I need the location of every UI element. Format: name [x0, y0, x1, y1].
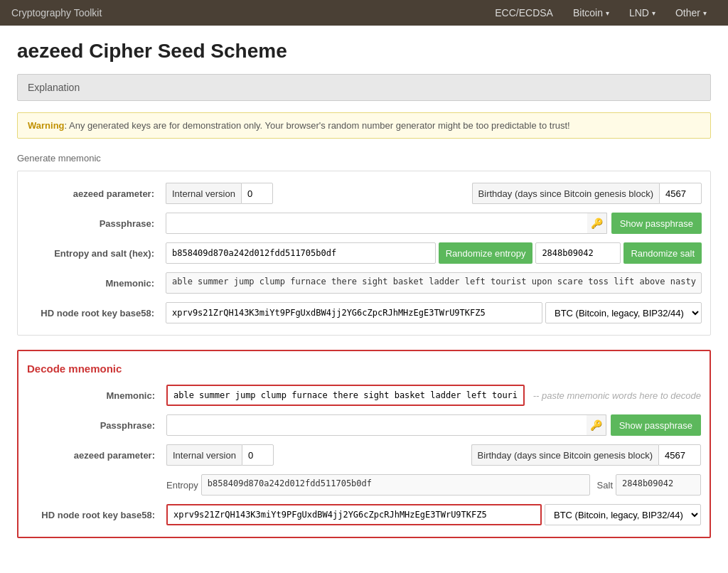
- entropy-input[interactable]: [166, 242, 436, 264]
- decode-title: Decode mnemonic: [27, 363, 701, 375]
- birthday-input[interactable]: [659, 183, 702, 204]
- decode-passphrase-key-icon[interactable]: 🔑: [587, 414, 606, 436]
- warning-label: Warning: [28, 120, 65, 131]
- internal-version-input[interactable]: [241, 183, 273, 204]
- navbar-links: ECC/ECDSA Bitcoin ▾ LND ▾ Other ▾: [485, 0, 717, 26]
- other-dropdown-arrow: ▾: [703, 9, 707, 17]
- decode-salt-value: 2848b09042: [616, 474, 701, 496]
- passphrase-input[interactable]: [166, 213, 607, 234]
- lnd-dropdown-arrow: ▾: [652, 9, 655, 17]
- mnemonic-row: Mnemonic: able summer jump clump furnace…: [26, 272, 702, 294]
- hd-node-group: BTC (Bitcoin, legacy, BIP32/44) BTC (Bit…: [166, 302, 702, 323]
- passphrase-key-icon[interactable]: 🔑: [587, 213, 607, 234]
- navbar-link-lnd[interactable]: LND ▾: [619, 0, 665, 26]
- decode-birthday-label: Birthday (days since Bitcoin genesis blo…: [471, 444, 658, 466]
- entropy-label: Entropy and salt (hex):: [26, 248, 161, 259]
- navbar-link-bitcoin-label: Bitcoin: [573, 7, 603, 18]
- navbar-link-ecc-label: ECC/ECDSA: [495, 7, 553, 18]
- navbar-brand: Cryptography Toolkit: [11, 7, 102, 18]
- salt-input[interactable]: [535, 242, 621, 264]
- navbar-link-other[interactable]: Other ▾: [665, 0, 717, 26]
- explanation-bar[interactable]: Explanation: [17, 74, 711, 101]
- decode-birthday-input[interactable]: [658, 444, 701, 466]
- decode-passphrase-label: Passphrase:: [27, 420, 162, 431]
- decode-hd-node-label: HD node root key base58:: [27, 510, 162, 520]
- decode-mnemonic-row: Mnemonic: -- paste mnemonic words here t…: [27, 385, 701, 406]
- decode-hd-node-row: HD node root key base58: BTC (Bitcoin, l…: [27, 504, 701, 525]
- decode-entropy-value: b858409d870a242d012fdd511705b0df: [201, 474, 590, 496]
- decode-passphrase-input[interactable]: [166, 414, 606, 436]
- decode-internal-version-group: Internal version: [166, 444, 463, 466]
- aezeed-param-label: aezeed parameter:: [26, 188, 161, 199]
- passphrase-group: 🔑: [166, 213, 607, 234]
- decode-hd-node-group: BTC (Bitcoin, legacy, BIP32/44) BTC (Bit…: [166, 504, 701, 525]
- warning-box: Warning: Any generated keys are for demo…: [17, 112, 711, 139]
- bitcoin-dropdown-arrow: ▾: [606, 9, 609, 17]
- navbar: Cryptography Toolkit ECC/ECDSA Bitcoin ▾…: [0, 0, 728, 26]
- decode-mnemonic-placeholder: -- paste mnemonic words here to decode: [533, 390, 701, 401]
- decode-section: Decode mnemonic Mnemonic: -- paste mnemo…: [17, 350, 711, 538]
- aezeed-param-row: aezeed parameter: Internal version Birth…: [26, 183, 702, 204]
- internal-version-group: Internal version: [166, 183, 464, 204]
- decode-entropy-label: Entropy: [166, 480, 198, 491]
- decode-hd-node-input[interactable]: [166, 504, 542, 525]
- decode-aezeed-param-label: aezeed parameter:: [27, 450, 162, 461]
- decode-salt-label: Salt: [597, 480, 613, 491]
- main-content: aezeed Cipher Seed Scheme Explanation Wa…: [0, 26, 728, 573]
- mnemonic-label: Mnemonic:: [26, 278, 161, 289]
- hd-node-row: HD node root key base58: BTC (Bitcoin, l…: [26, 302, 702, 323]
- hd-node-input[interactable]: [166, 302, 542, 323]
- passphrase-label: Passphrase:: [26, 218, 161, 229]
- decode-show-passphrase-button[interactable]: Show passphrase: [611, 414, 701, 436]
- show-passphrase-button[interactable]: Show passphrase: [611, 213, 702, 234]
- network-select[interactable]: BTC (Bitcoin, legacy, BIP32/44) BTC (Bit…: [545, 302, 702, 323]
- generate-section-title: Generate mnemonic: [17, 153, 711, 164]
- decode-entropy-salt-row: Entropy b858409d870a242d012fdd511705b0df…: [27, 474, 701, 496]
- decode-aezeed-param-row: aezeed parameter: Internal version Birth…: [27, 444, 701, 466]
- decode-mnemonic-label: Mnemonic:: [27, 390, 162, 401]
- navbar-link-other-label: Other: [675, 7, 700, 18]
- mnemonic-display: able summer jump clump furnace there sig…: [166, 272, 702, 294]
- warning-text: Any generated keys are for demonstration…: [69, 120, 570, 131]
- randomize-entropy-button[interactable]: Randomize entropy: [439, 242, 533, 264]
- navbar-link-bitcoin[interactable]: Bitcoin ▾: [563, 0, 619, 26]
- randomize-salt-button[interactable]: Randomize salt: [623, 242, 702, 264]
- navbar-link-lnd-label: LND: [629, 7, 649, 18]
- decode-entropy-display-group: Entropy b858409d870a242d012fdd511705b0df…: [166, 474, 701, 496]
- decode-internal-version-label: Internal version: [166, 444, 242, 466]
- birthday-group: Birthday (days since Bitcoin genesis blo…: [472, 183, 702, 204]
- passphrase-row: Passphrase: 🔑 Show passphrase: [26, 213, 702, 234]
- decode-passphrase-group: 🔑: [166, 414, 606, 436]
- decode-network-select[interactable]: BTC (Bitcoin, legacy, BIP32/44) BTC (Bit…: [545, 504, 701, 525]
- entropy-group: Randomize entropy Randomize salt: [166, 242, 702, 264]
- decode-birthday-group: Birthday (days since Bitcoin genesis blo…: [471, 444, 701, 466]
- decode-mnemonic-input[interactable]: [166, 385, 525, 406]
- internal-version-label: Internal version: [166, 183, 241, 204]
- navbar-link-ecc[interactable]: ECC/ECDSA: [485, 0, 563, 26]
- decode-internal-version-input[interactable]: [242, 444, 274, 466]
- generate-form: aezeed parameter: Internal version Birth…: [17, 171, 711, 336]
- hd-node-label: HD node root key base58:: [26, 308, 161, 318]
- page-title: aezeed Cipher Seed Scheme: [17, 40, 711, 63]
- entropy-row: Entropy and salt (hex): Randomize entrop…: [26, 242, 702, 264]
- decode-passphrase-row: Passphrase: 🔑 Show passphrase: [27, 414, 701, 436]
- birthday-label: Birthday (days since Bitcoin genesis blo…: [472, 183, 659, 204]
